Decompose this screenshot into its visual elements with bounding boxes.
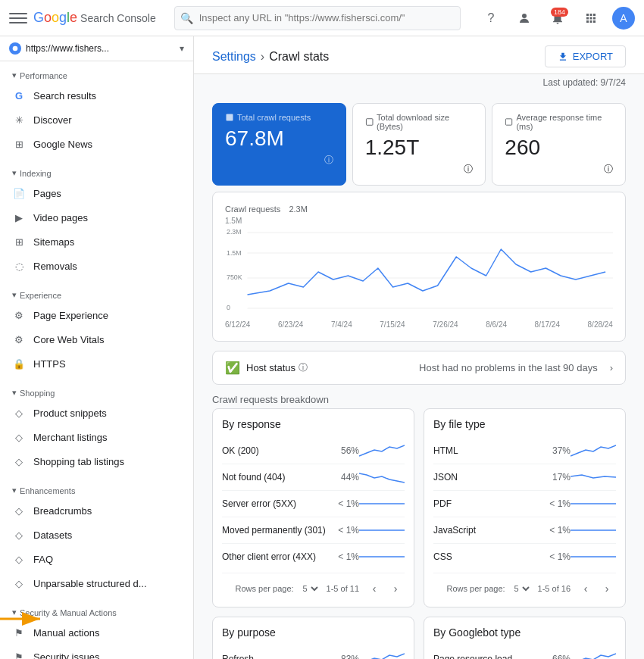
product-snippets-icon: ◇ bbox=[12, 406, 26, 420]
card-by-purpose: By purpose Refresh 83% Discovery 17% bbox=[212, 617, 414, 659]
top-bar: Google Search Console 🔍 ? 184 A bbox=[0, 0, 644, 36]
datasets-icon: ◇ bbox=[12, 528, 26, 542]
sidebar-item-datasets[interactable]: ◇ Datasets bbox=[0, 523, 187, 547]
section-shopping: ▾ Shopping ◇ Product snippets ◇ Merchant… bbox=[0, 379, 193, 476]
sidebar-item-discover[interactable]: ✳ Discover bbox=[0, 108, 187, 132]
rows-per-page-select[interactable]: 5 bbox=[300, 583, 320, 594]
url-selector[interactable]: https://www.fishers... ▾ bbox=[0, 36, 193, 61]
https-icon: 🔒 bbox=[12, 357, 26, 370]
svg-text:750K: 750K bbox=[227, 273, 242, 281]
url-chevron-icon: ▾ bbox=[180, 43, 184, 54]
sidebar-item-security-issues[interactable]: ⚑ Security issues bbox=[0, 645, 187, 659]
breakdown-title: Crawl requests breakdown bbox=[194, 385, 644, 408]
sidebar-item-core-web-vitals[interactable]: ⚙ Core Web Vitals bbox=[0, 327, 187, 351]
sidebar-item-sitemaps[interactable]: ⊞ Sitemaps bbox=[0, 230, 187, 254]
merchant-listings-icon: ◇ bbox=[12, 430, 26, 444]
breadcrumb-parent[interactable]: Settings bbox=[212, 50, 256, 64]
file-type-table: HTML 37% JSON 17% PDF < 1% bbox=[433, 438, 616, 570]
next-page-button[interactable]: › bbox=[598, 579, 616, 598]
user-avatar[interactable]: A bbox=[612, 7, 635, 30]
pagination-nav: ‹ › bbox=[365, 579, 405, 598]
notifications-button[interactable]: 184 bbox=[546, 6, 570, 30]
sidebar-item-https[interactable]: 🔒 HTTPS bbox=[0, 351, 187, 376]
sidebar-item-google-news[interactable]: ⊞ Google News bbox=[0, 132, 187, 156]
table-row: Page resource load 66% bbox=[433, 646, 616, 659]
section-performance: ▾ Performance G Search results ✳ Discove… bbox=[0, 61, 193, 159]
stat-card-download-size[interactable]: Total download size (Bytes) 1.25T ⓘ bbox=[352, 103, 486, 186]
svg-rect-6 bbox=[506, 119, 512, 125]
sidebar-item-shopping-tab[interactable]: ◇ Shopping tab listings bbox=[0, 449, 187, 473]
card-by-response: By response OK (200) 56% Not found (404)… bbox=[212, 408, 414, 607]
product-name: Search Console bbox=[80, 12, 156, 24]
sidebar-item-search-results[interactable]: G Search results bbox=[0, 83, 187, 108]
url-icon bbox=[9, 42, 21, 55]
faq-icon: ◇ bbox=[12, 552, 26, 566]
prev-page-button[interactable]: ‹ bbox=[365, 579, 383, 598]
export-button[interactable]: EXPORT bbox=[545, 45, 626, 67]
sitemaps-icon: ⊞ bbox=[12, 235, 26, 248]
shopping-tab-icon: ◇ bbox=[12, 454, 26, 468]
stat-info-download: ⓘ bbox=[464, 163, 473, 176]
sparkline-icon bbox=[359, 495, 405, 512]
sparkline-icon bbox=[571, 469, 616, 486]
main-header: Settings › Crawl stats EXPORT bbox=[194, 36, 644, 74]
top-bar-right: ? 184 A bbox=[479, 6, 635, 30]
sidebar-item-removals[interactable]: ◌ Removals bbox=[0, 254, 187, 278]
section-experience: ▾ Experience ⚙ Page Experience ⚙ Core We… bbox=[0, 281, 193, 379]
pagination-nav: ‹ › bbox=[577, 579, 616, 598]
sidebar-item-page-experience[interactable]: ⚙ Page Experience bbox=[0, 303, 187, 327]
sparkline-icon bbox=[359, 442, 405, 459]
rows-per-page-select[interactable]: 5 bbox=[511, 583, 532, 594]
stat-card-response-time[interactable]: Average response time (ms) 260 ⓘ bbox=[492, 103, 626, 186]
host-status-row[interactable]: ✅ Host status ⓘ Host had no problems in … bbox=[212, 351, 626, 385]
svg-text:2.3M: 2.3M bbox=[227, 228, 242, 236]
unparsable-icon: ◇ bbox=[12, 576, 26, 590]
section-label-performance: ▾ Performance bbox=[0, 67, 193, 83]
sparkline-icon bbox=[571, 548, 616, 565]
search-input[interactable] bbox=[174, 6, 461, 30]
host-status-text: Host had no problems in the last 90 days bbox=[419, 362, 598, 373]
table-row: CSS < 1% bbox=[433, 544, 616, 570]
table-row: Server error (5XX) < 1% bbox=[222, 491, 405, 517]
card-by-file-type: By file type HTML 37% JSON 17% bbox=[424, 408, 626, 607]
sidebar-item-merchant-listings[interactable]: ◇ Merchant listings bbox=[0, 425, 187, 449]
sidebar-item-breadcrumbs[interactable]: ◇ Breadcrumbs bbox=[0, 498, 187, 523]
search-bar: 🔍 bbox=[174, 6, 461, 30]
stat-card-crawl-requests[interactable]: Total crawl requests 67.8M ⓘ bbox=[212, 103, 346, 186]
last-updated: Last updated: 9/7/24 bbox=[194, 74, 644, 91]
sidebar-item-product-snippets[interactable]: ◇ Product snippets bbox=[0, 401, 187, 425]
prev-page-button[interactable]: ‹ bbox=[577, 579, 595, 598]
sparkline-icon bbox=[571, 522, 616, 539]
card-title-googlebot: By Googlebot type bbox=[433, 626, 616, 639]
security-issues-icon: ⚑ bbox=[12, 650, 26, 659]
svg-rect-5 bbox=[366, 119, 373, 126]
app-container: Google Search Console 🔍 ? 184 A bbox=[0, 0, 644, 659]
sidebar-item-faq[interactable]: ◇ FAQ bbox=[0, 547, 187, 571]
section-indexing: ▾ Indexing 📄 Pages ▶ Video pages ⊞ Sitem… bbox=[0, 159, 193, 281]
section-label-enhancements: ▾ Enhancements bbox=[0, 483, 193, 498]
sidebar-item-unparsable[interactable]: ◇ Unparsable structured d... bbox=[0, 571, 187, 595]
sidebar-item-pages[interactable]: 📄 Pages bbox=[0, 181, 187, 205]
help-button[interactable]: ? bbox=[479, 6, 503, 30]
chart-area: 2.3M 1.5M 750K 0 bbox=[225, 226, 613, 317]
stats-cards: Total crawl requests 67.8M ⓘ Total downl… bbox=[212, 103, 626, 186]
googlebot-table: Page resource load 66% Smartphone 13% De… bbox=[433, 646, 616, 659]
notification-badge: 184 bbox=[551, 8, 568, 17]
stat-value-response: 260 bbox=[505, 136, 613, 160]
apps-button[interactable] bbox=[579, 6, 603, 30]
card-title-file-type: By file type bbox=[433, 418, 616, 430]
table-row: JSON 17% bbox=[433, 464, 616, 491]
sparkline-icon bbox=[359, 651, 405, 659]
chart-dates: 6/12/24 6/23/24 7/4/24 7/15/24 7/26/24 8… bbox=[225, 320, 613, 329]
top-bar-left: Google Search Console bbox=[9, 9, 156, 27]
profile-icon[interactable] bbox=[512, 6, 536, 30]
sidebar-item-video-pages[interactable]: ▶ Video pages bbox=[0, 205, 187, 230]
svg-text:1.5M: 1.5M bbox=[227, 249, 242, 257]
next-page-button[interactable]: › bbox=[386, 579, 405, 598]
file-type-footer: Rows per page: 5 1-5 of 16 ‹ › bbox=[433, 573, 616, 598]
page-experience-icon: ⚙ bbox=[12, 308, 26, 322]
hamburger-menu[interactable] bbox=[9, 9, 27, 27]
chart-section: Crawl requests 2.3M 1.5M 2.3M 1.5M 750K … bbox=[212, 192, 626, 342]
table-row: Refresh 83% bbox=[222, 646, 405, 659]
stat-value-download: 1.25T bbox=[365, 136, 474, 160]
